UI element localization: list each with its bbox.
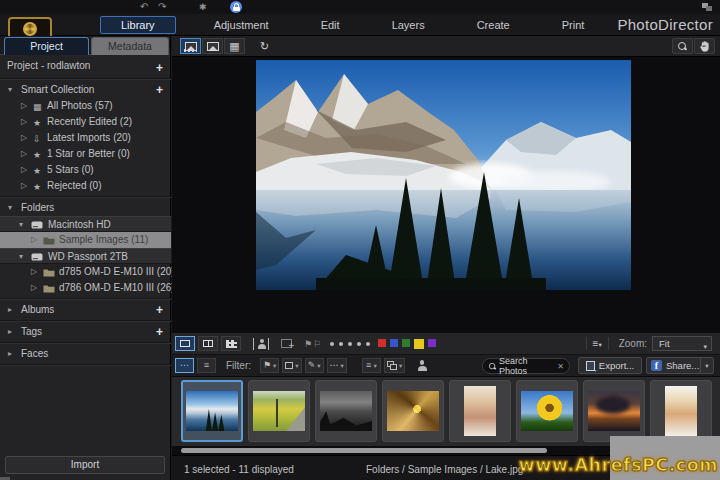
stack-icon <box>387 361 397 370</box>
settings-gear-icon[interactable]: ✱ <box>199 1 207 13</box>
tree-five-stars[interactable]: ▷ ★ 5 Stars (0) <box>0 162 171 178</box>
tree-drive-wd-passport[interactable]: ▾ WD Passport 2TB <box>0 248 171 264</box>
tree-one-star[interactable]: ▷ ★ 1 Star or Better (0) <box>0 146 171 162</box>
caret-leaf-icon[interactable]: ▷ <box>31 232 37 248</box>
flag-hollow-icon[interactable]: ⚐ <box>313 339 322 349</box>
caret-collapsed-icon[interactable]: ▸ <box>8 324 12 340</box>
color-label-green[interactable] <box>402 339 410 347</box>
filter-label-dropdown[interactable]: ▾ <box>282 358 301 373</box>
list-view-button[interactable]: ≡ <box>197 358 216 373</box>
search-box[interactable]: Search Photos ✕ <box>482 358 570 374</box>
stack-dropdown[interactable]: ▾ <box>384 358 405 373</box>
search-input[interactable]: Search Photos <box>499 356 557 376</box>
tree-albums[interactable]: ▸ Albums + <box>0 302 171 318</box>
single-view-button[interactable] <box>175 336 195 351</box>
tree-all-photos[interactable]: ▷ ▦ All Photos (57) <box>0 98 171 114</box>
browser-viewer-mode-button[interactable] <box>180 38 201 54</box>
caret-collapsed-icon[interactable]: ▸ <box>8 346 12 362</box>
caret-expanded-icon[interactable]: ▾ <box>19 217 23 233</box>
tree-latest-imports[interactable]: ▷ ⇩ Latest Imports (20) <box>0 130 171 146</box>
zoom-tool-button[interactable] <box>672 38 693 54</box>
tab-project[interactable]: Project <box>4 37 89 55</box>
thumbnail-view-button[interactable]: ⋯ <box>175 358 194 373</box>
thumbnail-storm-sunset[interactable] <box>583 380 645 442</box>
tree-project-header[interactable]: Project - rodlawton + <box>0 56 171 76</box>
tree-rejected[interactable]: ▷ ★ Rejected (0) <box>0 178 171 194</box>
search-icon <box>489 362 496 369</box>
sort-menu-button[interactable]: ≡▾ <box>586 337 609 350</box>
add-smart-collection-icon[interactable]: + <box>156 82 163 98</box>
tree-folder-d785[interactable]: ▷ d785 OM-D E-M10 III (20) <box>0 264 171 280</box>
color-label-blue[interactable] <box>390 339 398 347</box>
tree-smart-collection[interactable]: ▾ Smart Collection + <box>0 82 171 98</box>
menu-print[interactable]: Print <box>536 17 611 33</box>
menu-library[interactable]: Library <box>100 16 176 34</box>
person-tag-icon[interactable] <box>417 360 427 371</box>
caret-expanded-icon[interactable]: ▾ <box>19 249 23 265</box>
tree-faces[interactable]: ▸ Faces <box>0 346 171 362</box>
menu-edit[interactable]: Edit <box>295 17 366 33</box>
thumbnail-golden-spiral[interactable] <box>382 380 444 442</box>
thumbnail-dark-landscape[interactable] <box>315 380 377 442</box>
thumbnail-lake[interactable] <box>181 380 243 442</box>
add-tag-icon[interactable]: + <box>156 324 163 340</box>
thumbnail-woman-portrait[interactable] <box>449 380 511 442</box>
filter-rating-dropdown[interactable]: ⋯▾ <box>327 358 347 373</box>
caret-collapsed-icon[interactable]: ▸ <box>8 302 12 318</box>
caret-leaf-icon[interactable]: ▷ <box>21 146 27 162</box>
share-caret-button[interactable]: ▾ <box>700 358 713 373</box>
rotate-button[interactable]: ↻ <box>254 38 275 54</box>
selected-photo[interactable] <box>256 60 631 290</box>
tree-folders-header[interactable]: ▾ Folders <box>0 200 171 216</box>
star-rating-dots[interactable] <box>330 342 370 346</box>
caret-leaf-icon[interactable]: ▷ <box>31 280 37 296</box>
redo-icon[interactable]: ↷ <box>158 1 166 13</box>
filter-edited-dropdown[interactable]: ✎▾ <box>305 358 324 373</box>
pan-tool-button[interactable] <box>694 38 715 54</box>
color-label-red[interactable] <box>378 339 386 347</box>
filter-flags-dropdown[interactable]: ⚑▾ <box>260 358 279 373</box>
menu-adjustment[interactable]: Adjustment <box>188 17 295 33</box>
lock-badge-icon[interactable] <box>230 1 242 13</box>
viewer-mode-button[interactable] <box>202 38 223 54</box>
tree-tags[interactable]: ▸ Tags + <box>0 324 171 340</box>
tree-folder-d786[interactable]: ▷ d786 OM-D E-M10 III (26) <box>0 280 171 296</box>
undo-icon[interactable]: ↶ <box>140 1 148 13</box>
sort-order-dropdown[interactable]: ≡▾ <box>362 358 381 373</box>
add-project-icon[interactable]: + <box>156 58 163 78</box>
caret-leaf-icon[interactable]: ▷ <box>31 264 37 280</box>
zoom-select[interactable]: Fit ▾ <box>652 336 712 351</box>
thumbnail-sunflower[interactable] <box>516 380 578 442</box>
tree-recently-edited[interactable]: ▷ ★ Recently Edited (2) <box>0 114 171 130</box>
import-button[interactable]: Import <box>5 456 165 474</box>
add-album-icon[interactable]: + <box>156 302 163 318</box>
caret-leaf-icon[interactable]: ▷ <box>21 178 27 194</box>
export-button[interactable]: Export... <box>578 357 642 374</box>
caret-leaf-icon[interactable]: ▷ <box>21 114 27 130</box>
caret-leaf-icon[interactable]: ▷ <box>21 98 27 114</box>
color-label-purple[interactable] <box>428 339 436 347</box>
window-resize-icon[interactable] <box>702 3 712 11</box>
filmstrip-scrollbar[interactable] <box>181 448 547 453</box>
search-clear-icon[interactable]: ✕ <box>557 362 564 371</box>
compare-view-button[interactable] <box>198 336 218 351</box>
add-region-icon[interactable] <box>281 339 292 348</box>
tree-folder-sample-images[interactable]: ▷ Sample Images (11) <box>0 232 171 248</box>
flag-icons[interactable]: ⚑⚐ <box>304 339 322 349</box>
color-label-yellow[interactable] <box>414 339 424 349</box>
caret-expanded-icon[interactable]: ▾ <box>8 200 12 216</box>
multi-view-button[interactable] <box>221 336 241 351</box>
caret-expanded-icon[interactable]: ▾ <box>8 82 12 98</box>
tab-metadata[interactable]: Metadata <box>91 37 169 55</box>
thumbnail-meadow-bicycle[interactable] <box>248 380 310 442</box>
tree-drive-macintosh[interactable]: ▾ Macintosh HD <box>0 216 171 232</box>
thumbnail-laughing-woman[interactable] <box>650 380 712 442</box>
caret-leaf-icon[interactable]: ▷ <box>21 130 27 146</box>
flag-icon[interactable]: ⚑ <box>304 339 313 349</box>
browser-mode-button[interactable]: ▦ <box>224 38 245 54</box>
menu-create[interactable]: Create <box>451 17 536 33</box>
caret-leaf-icon[interactable]: ▷ <box>21 162 27 178</box>
share-button[interactable]: f Share... ▾ <box>646 357 714 374</box>
menu-layers[interactable]: Layers <box>366 17 451 33</box>
face-tag-icon[interactable] <box>253 338 269 350</box>
